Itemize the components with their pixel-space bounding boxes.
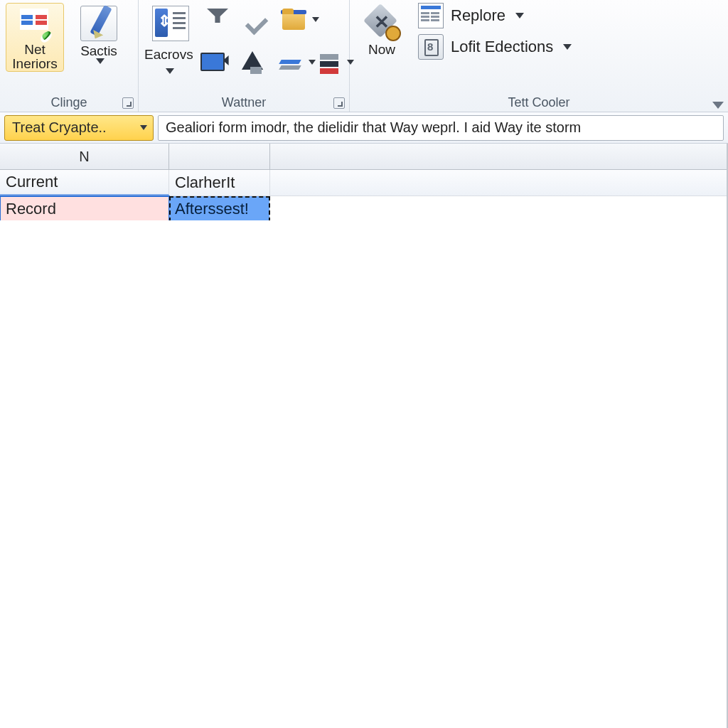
replore-button[interactable]: Replore [418,3,572,28]
folder-icon[interactable] [279,6,309,34]
formula-input[interactable]: Gealiori form imodr, the dielidir that W… [158,115,724,141]
chevron-down-icon [166,68,174,74]
lofit-label: Lofit Edections [451,38,553,56]
cell-a2-active[interactable]: Record [0,196,169,222]
cell-text: Afterssest! [175,200,249,218]
checkmark-icon[interactable] [241,6,271,34]
column-header-blank-1[interactable] [169,144,270,169]
chevron-down-icon [140,125,147,130]
column-arrows-icon [152,6,189,41]
column-headers: N [0,144,727,170]
empty-grid-area[interactable] [0,220,727,728]
cell-rest-2[interactable] [270,196,727,222]
spreadsheet-grid[interactable]: N Current ClarherIt Record Afterssest! [0,144,728,728]
chevron-down-icon [515,13,524,18]
replore-label: Replore [451,6,505,25]
cell-b2-clipboard[interactable]: Afterssest! [169,196,270,222]
table-row: Record Afterssest! [0,196,727,223]
pen-document-icon [80,6,117,41]
filter-icon[interactable] [203,6,232,34]
cell-rest-1[interactable] [270,170,727,196]
lofit-edections-button[interactable]: Lofit Edections [418,34,572,60]
column-header-rest[interactable] [270,144,727,169]
ribbon-group-clinge: Net Ineriors Sactis Clinge [0,0,139,112]
column-header-n[interactable]: N [0,144,169,169]
chevron-down-icon [563,44,572,50]
chevron-down-icon [96,58,105,64]
eacrovs-label: Eacrovs [144,47,193,63]
monitor-icon[interactable] [199,48,229,77]
cell-text: Record [6,200,56,218]
safe-box-icon [418,34,444,60]
shapes-icon[interactable] [237,48,267,77]
sactis-button[interactable]: Sactis [70,3,128,64]
group-label-wattner: Wattner [139,95,349,110]
dialog-launcher-wattner[interactable] [333,97,345,109]
table-check-icon [17,6,53,40]
group-label-clinge: Clinge [0,95,138,110]
ribbon-group-tett-cooler: Now Replore Lofit Edections Tett Cooler [350,0,728,112]
formula-bar: Treat Cryapte.. Gealiori form imodr, the… [0,112,728,144]
formula-text: Gealiori form imodr, the dielidir that W… [166,119,581,136]
collapse-ribbon-icon[interactable] [712,102,724,109]
now-button[interactable]: Now [355,3,408,57]
net-ineriors-button[interactable]: Net Ineriors [6,3,64,72]
now-label: Now [368,43,395,57]
table-row: Current ClarherIt [0,170,727,196]
cell-a1[interactable]: Current [0,170,169,196]
ribbon-group-wattner: Eacrovs Wattner [139,0,350,112]
name-box[interactable]: Treat Cryapte.. [4,115,154,141]
eacrovs-button[interactable] [144,3,197,41]
report-icon [418,3,444,28]
sactis-label: Sactis [80,44,117,58]
stack-icon[interactable] [314,48,344,77]
ribbon: Net Ineriors Sactis Clinge Eacrovs [0,0,728,112]
dialog-launcher-clinge[interactable] [122,97,134,109]
cell-b1[interactable]: ClarherIt [169,170,270,196]
group-label-tett-cooler: Tett Cooler [350,95,728,110]
cell-text: ClarherIt [175,173,235,192]
net-ineriors-label: Net Ineriors [12,43,57,71]
series-icon[interactable] [276,48,306,77]
cell-text: Current [6,173,58,191]
tools-icon [364,6,400,40]
name-box-text: Treat Cryapte.. [12,119,107,136]
